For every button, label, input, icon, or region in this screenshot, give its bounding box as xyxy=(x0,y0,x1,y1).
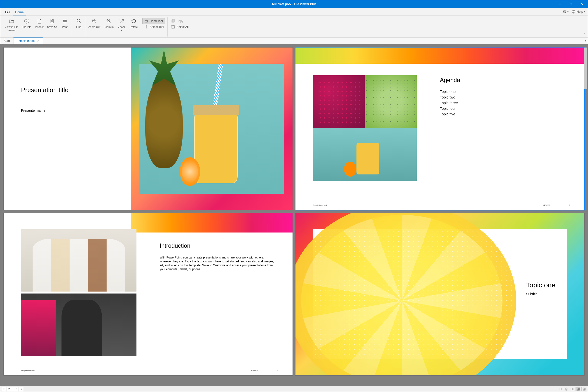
chevron-down-icon: ▾ xyxy=(16,388,17,390)
svg-point-11 xyxy=(574,12,574,13)
slide-grid-view[interactable]: Presentation title Presenter name Agenda… xyxy=(0,44,588,386)
slide-thumbnail[interactable]: Topic one Subtitle xyxy=(296,213,584,375)
svg-rect-36 xyxy=(566,388,567,389)
view-mode-two-page[interactable] xyxy=(570,387,574,391)
menu-file[interactable]: File xyxy=(3,9,13,16)
svg-line-21 xyxy=(80,22,81,23)
view-mode-single[interactable] xyxy=(558,387,563,391)
svg-rect-38 xyxy=(571,388,572,390)
slide-number: 2 xyxy=(569,204,570,206)
maximize-button[interactable] xyxy=(565,0,576,8)
slide-title: Agenda xyxy=(440,77,460,84)
window-title: Template.potx - File Viewer Plus xyxy=(272,2,316,6)
zoom-in-button[interactable]: Zoom In xyxy=(103,17,114,30)
slide-date: 3/1/20XX xyxy=(543,204,550,206)
sliders-icon xyxy=(562,10,566,14)
view-mode-grid[interactable] xyxy=(576,387,580,391)
decorative-frame xyxy=(296,48,584,64)
help-icon xyxy=(572,10,576,14)
svg-rect-45 xyxy=(584,388,585,389)
ribbon: View in File Browser File Info Inspect S… xyxy=(0,16,588,38)
text-cursor-icon xyxy=(144,25,148,29)
print-button[interactable]: Print xyxy=(60,17,70,30)
zoom-button[interactable]: Zoom▾ xyxy=(116,17,127,32)
svg-rect-39 xyxy=(572,388,574,390)
svg-rect-40 xyxy=(577,388,578,389)
slide-footer: Sample footer text xyxy=(21,370,35,372)
close-button[interactable] xyxy=(576,0,588,8)
page-number-input[interactable]: 2▾ xyxy=(7,387,18,391)
slide-title: Presentation title xyxy=(21,86,125,94)
first-page-button[interactable] xyxy=(2,387,6,391)
view-mode-continuous[interactable] xyxy=(564,387,569,391)
slide-footer: Sample footer text xyxy=(313,204,327,206)
agenda-item: Topic three xyxy=(440,101,460,105)
collapse-ribbon-button[interactable]: ⌃ xyxy=(583,33,585,36)
rotate-button[interactable]: Rotate xyxy=(128,17,139,30)
tab-document[interactable]: Template.potx ✕ xyxy=(14,38,43,44)
titlebar: Template.potx - File Viewer Plus xyxy=(0,0,588,8)
print-icon xyxy=(62,18,68,24)
search-icon xyxy=(76,18,82,24)
save-icon xyxy=(49,18,55,24)
menu-bar: File Home ▾ Help ▾ xyxy=(0,8,588,16)
slide-number: 3 xyxy=(277,370,278,372)
svg-rect-18 xyxy=(64,19,66,20)
next-page-button[interactable] xyxy=(19,387,23,391)
window-controls xyxy=(554,0,588,8)
svg-rect-43 xyxy=(578,389,580,390)
svg-rect-47 xyxy=(584,389,585,390)
slide-image xyxy=(140,64,284,194)
minimize-button[interactable] xyxy=(554,0,565,8)
svg-rect-46 xyxy=(583,389,584,390)
agenda-item: Topic one xyxy=(440,90,460,94)
svg-point-14 xyxy=(26,20,27,20)
find-button[interactable]: Find xyxy=(74,17,84,30)
svg-rect-1 xyxy=(570,3,572,5)
zoom-out-icon xyxy=(92,18,97,24)
copy-button[interactable]: Copy xyxy=(169,18,185,24)
svg-line-28 xyxy=(110,22,111,23)
svg-rect-37 xyxy=(566,389,567,390)
view-in-file-browser-button[interactable]: View in File Browser xyxy=(4,17,19,32)
svg-rect-42 xyxy=(577,389,578,390)
slide-presenter: Presenter name xyxy=(21,108,125,112)
agenda-item: Topic four xyxy=(440,106,460,110)
app-window: Template.potx - File Viewer Plus File Ho… xyxy=(0,0,588,392)
svg-rect-15 xyxy=(51,19,52,20)
svg-rect-35 xyxy=(560,388,561,390)
save-as-button[interactable]: Save As xyxy=(46,17,58,30)
hand-tool-button[interactable]: Hand Tool xyxy=(142,18,165,24)
slide-image xyxy=(21,229,137,356)
slide-thumbnail[interactable]: Introduction With PowerPoint, you can cr… xyxy=(4,213,292,375)
select-all-icon xyxy=(171,25,175,29)
svg-rect-44 xyxy=(583,388,584,389)
file-info-button[interactable]: File Info xyxy=(21,17,32,30)
inspect-button[interactable]: Inspect xyxy=(34,17,44,30)
slide-body-text: With PowerPoint, you can create presenta… xyxy=(160,256,276,272)
slide-thumbnail[interactable]: Presentation title Presenter name xyxy=(4,48,292,210)
zoom-out-button[interactable]: Zoom Out xyxy=(88,17,102,30)
document-search-icon xyxy=(36,18,42,24)
view-mode-grid-large[interactable] xyxy=(582,387,586,391)
zoom-fit-icon xyxy=(118,18,124,24)
agenda-item: Topic five xyxy=(440,112,460,116)
svg-line-24 xyxy=(95,22,96,23)
tabs-overflow-button[interactable]: ▾ xyxy=(585,38,586,44)
info-icon xyxy=(24,18,30,24)
slide-date: 3/1/20XX xyxy=(251,370,258,372)
close-tab-icon[interactable]: ✕ xyxy=(37,40,40,43)
menu-home[interactable]: Home xyxy=(13,9,26,16)
hand-icon xyxy=(144,19,148,23)
select-tool-button[interactable]: Select Tool xyxy=(142,24,166,30)
folder-open-icon xyxy=(8,18,14,24)
settings-button[interactable]: ▾ xyxy=(562,10,569,14)
vertical-scrollbar[interactable] xyxy=(584,48,587,89)
tab-start[interactable]: Start xyxy=(0,38,14,44)
svg-rect-19 xyxy=(64,22,66,23)
slide-thumbnail[interactable]: Agenda Topic one Topic two Topic three T… xyxy=(296,48,584,210)
help-button[interactable]: Help ▾ xyxy=(572,10,585,14)
copy-icon xyxy=(171,19,175,23)
select-all-button[interactable]: Select All xyxy=(169,24,190,30)
svg-rect-33 xyxy=(172,26,174,28)
